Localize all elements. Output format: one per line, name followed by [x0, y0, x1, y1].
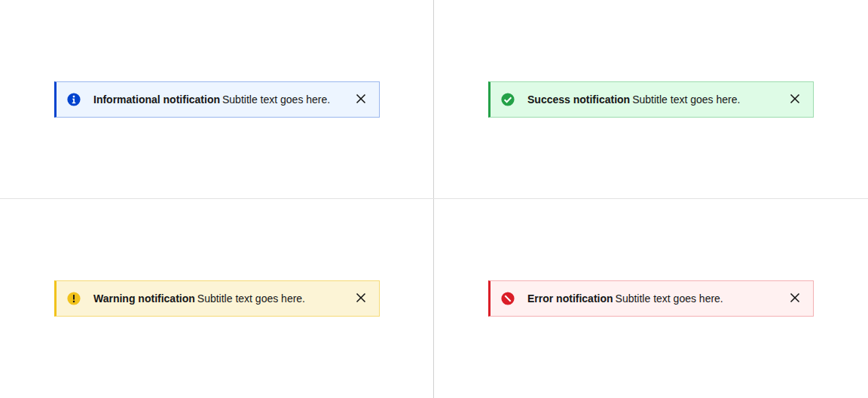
- information-filled-icon: [66, 92, 81, 107]
- notification-subtitle: Subtitle text goes here.: [616, 292, 723, 305]
- notification-subtitle: Subtitle text goes here.: [632, 93, 740, 106]
- notification-title: Error notification: [527, 292, 613, 305]
- error-filled-icon: [500, 291, 515, 306]
- grid-cell-top-left: Informational notificationSubtitle text …: [0, 0, 434, 199]
- notification-title: Warning notification: [93, 292, 195, 305]
- close-icon: [356, 292, 366, 305]
- notification-text: Warning notificationSubtitle text goes h…: [93, 292, 337, 305]
- notification-subtitle: Subtitle text goes here.: [222, 93, 330, 106]
- inline-notification-error: Error notificationSubtitle text goes her…: [488, 280, 814, 317]
- warning-filled-icon: [66, 291, 81, 306]
- grid-cell-bottom-right: Error notificationSubtitle text goes her…: [434, 199, 868, 398]
- notification-title: Informational notification: [93, 93, 220, 106]
- notification-examples-grid: Informational notificationSubtitle text …: [0, 0, 868, 398]
- inline-notification-success: Success notificationSubtitle text goes h…: [488, 81, 814, 118]
- close-button[interactable]: [777, 281, 813, 316]
- vertical-divider: [433, 0, 434, 398]
- checkmark-filled-icon: [500, 92, 515, 107]
- notification-text: Error notificationSubtitle text goes her…: [527, 292, 771, 305]
- notification-title: Success notification: [527, 93, 630, 106]
- inline-notification-informational: Informational notificationSubtitle text …: [54, 81, 380, 118]
- notification-text: Success notificationSubtitle text goes h…: [527, 93, 771, 106]
- close-button[interactable]: [343, 82, 379, 117]
- close-button[interactable]: [343, 281, 379, 316]
- notification-subtitle: Subtitle text goes here.: [197, 292, 305, 305]
- inline-notification-warning: Warning notificationSubtitle text goes h…: [54, 280, 380, 317]
- grid-cell-bottom-left: Warning notificationSubtitle text goes h…: [0, 199, 434, 398]
- grid-cell-top-right: Success notificationSubtitle text goes h…: [434, 0, 868, 199]
- close-button[interactable]: [777, 82, 813, 117]
- horizontal-divider: [0, 198, 868, 199]
- close-icon: [356, 93, 366, 106]
- notification-text: Informational notificationSubtitle text …: [93, 93, 337, 106]
- close-icon: [790, 292, 800, 305]
- close-icon: [790, 93, 800, 106]
